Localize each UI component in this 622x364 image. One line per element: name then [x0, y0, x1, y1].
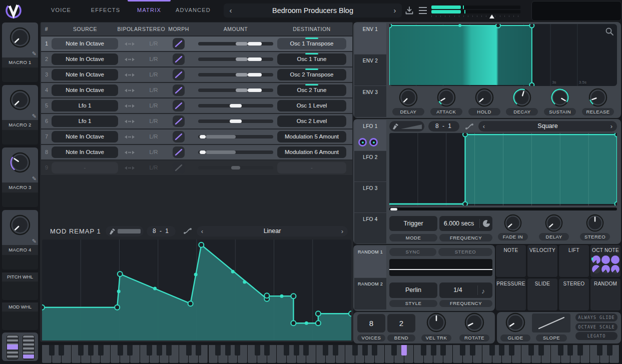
preset-next-button[interactable]: ›: [389, 4, 401, 18]
pitch-wheel-drag-source[interactable]: [2, 282, 38, 300]
morph-button[interactable]: [173, 162, 185, 174]
tab-env-3[interactable]: ENV 3: [354, 86, 386, 117]
lfo-display[interactable]: [389, 133, 617, 206]
source-button[interactable]: Note In Octave: [52, 84, 118, 96]
matrix-row[interactable]: 6Lfo 1L/ROsc 2 Level: [41, 114, 352, 128]
black-key[interactable]: [538, 345, 544, 356]
black-key[interactable]: [607, 345, 612, 356]
decay-knob[interactable]: [512, 88, 531, 107]
mod-wheel-drag-source[interactable]: [2, 312, 38, 330]
lfo-grid-size[interactable]: 8 - 1: [428, 121, 459, 132]
random-style-dropdown[interactable]: Perlin: [389, 282, 437, 298]
black-key[interactable]: [499, 345, 504, 356]
black-key[interactable]: [49, 345, 55, 356]
tab-lfo-3[interactable]: LFO 3: [354, 182, 386, 212]
save-preset-icon[interactable]: [404, 6, 414, 16]
black-key[interactable]: [421, 345, 426, 356]
destination-button[interactable]: -: [277, 162, 346, 174]
remap-mode-next[interactable]: ›: [337, 226, 348, 236]
random-sync-toggle[interactable]: SYNC: [389, 248, 436, 256]
macro-3-knob[interactable]: [10, 152, 31, 173]
black-key[interactable]: [303, 345, 309, 356]
black-key[interactable]: [166, 345, 172, 356]
black-key[interactable]: [440, 345, 446, 356]
black-key[interactable]: [597, 345, 602, 356]
preset-prev-button[interactable]: ‹: [225, 4, 237, 18]
source-button[interactable]: Note In Octave: [52, 69, 118, 80]
mod-source-lift[interactable]: LIFT: [559, 245, 589, 277]
stereo-toggle[interactable]: L/R: [143, 114, 165, 128]
mod-source-oct-note[interactable]: OCT NOTE: [590, 245, 620, 277]
mod-source-stereo[interactable]: STEREO: [559, 278, 589, 310]
stereo-toggle[interactable]: L/R: [143, 68, 165, 82]
bipolar-icon[interactable]: [124, 57, 135, 62]
black-key[interactable]: [558, 345, 563, 356]
mod-source-slide[interactable]: SLIDE: [527, 278, 557, 310]
morph-button[interactable]: [173, 116, 185, 127]
bipolar-icon[interactable]: [124, 134, 135, 140]
black-key[interactable]: [98, 345, 104, 356]
volume-marker[interactable]: [489, 14, 494, 18]
toggle-legato[interactable]: LEGATO: [575, 332, 617, 340]
amount-slider[interactable]: [198, 73, 273, 76]
matrix-row[interactable]: 2Note In OctaveL/ROsc 1 Tune: [41, 52, 352, 66]
remap-mode-selector[interactable]: ‹ Linear ›: [197, 226, 348, 236]
bipolar-icon[interactable]: [124, 104, 135, 108]
destination-button[interactable]: Osc 2 Level: [277, 116, 346, 127]
edit-pencil-icon[interactable]: ✎: [32, 238, 37, 244]
black-key[interactable]: [215, 345, 221, 356]
destination-button[interactable]: Osc 1 Level: [277, 100, 346, 112]
tab-effects[interactable]: EFFECTS: [91, 7, 121, 13]
bend-value[interactable]: 2: [387, 314, 415, 332]
amount-slider[interactable]: [198, 135, 273, 138]
sync-style-icon[interactable]: [483, 220, 490, 227]
stereo-toggle[interactable]: L/R: [143, 130, 165, 144]
matrix-row[interactable]: 4Note In OctaveL/ROsc 2 Tune: [41, 83, 352, 98]
source-button[interactable]: Note In Octave: [52, 54, 118, 65]
macro-drag-source[interactable]: [2, 68, 38, 82]
piano-keyboard[interactable]: [42, 345, 619, 364]
random-frequency-control[interactable]: 1/4 ♪: [439, 282, 492, 298]
lfo-shape-next[interactable]: ›: [606, 121, 617, 132]
fade-in-knob[interactable]: [504, 214, 522, 232]
morph-button[interactable]: [173, 38, 185, 50]
amount-slider[interactable]: [198, 42, 273, 46]
black-key[interactable]: [118, 345, 123, 356]
lfo-shape-prev[interactable]: ‹: [478, 121, 489, 132]
macro-1-knob[interactable]: [10, 27, 31, 48]
bipolar-icon[interactable]: [124, 150, 135, 155]
stereo-toggle[interactable]: L/R: [143, 83, 165, 98]
voices-value[interactable]: 8: [357, 314, 385, 332]
edit-pencil-icon[interactable]: ✎: [32, 176, 37, 182]
source-button[interactable]: Note In Octave: [52, 38, 118, 50]
amount-slider[interactable]: [198, 120, 273, 123]
matrix-row[interactable]: 5Lfo 1L/ROsc 1 Level: [41, 98, 352, 113]
matrix-row[interactable]: 3Note In OctaveL/ROsc 2 Transpose: [41, 68, 352, 82]
glide-knob[interactable]: [505, 312, 525, 332]
delay-knob[interactable]: [545, 214, 563, 232]
lfo-frequency-control[interactable]: 6.000 secs: [439, 216, 492, 231]
black-key[interactable]: [147, 345, 152, 356]
source-button[interactable]: -: [52, 162, 118, 174]
morph-button[interactable]: [173, 100, 185, 112]
destination-button[interactable]: Osc 2 Transpose: [277, 69, 346, 80]
black-key[interactable]: [391, 345, 397, 356]
black-key[interactable]: [88, 345, 94, 356]
source-button[interactable]: Note In Octave: [52, 146, 118, 158]
glide-knob[interactable]: [505, 312, 525, 332]
mod-remap-graph[interactable]: [42, 240, 351, 340]
edit-pencil-icon[interactable]: ✎: [32, 113, 37, 120]
mod-source-random[interactable]: RANDOM: [590, 278, 620, 310]
black-key[interactable]: [78, 345, 84, 356]
destination-button[interactable]: Osc 1 Tune: [277, 54, 346, 65]
macro-4-knob[interactable]: [10, 214, 31, 236]
morph-button[interactable]: [173, 146, 185, 158]
stereo-toggle[interactable]: L/R: [143, 145, 165, 160]
matrix-row[interactable]: 8Note In OctaveL/RModulation 6 Amount: [41, 145, 352, 160]
toggle-always-glide[interactable]: ALWAYS GLIDE: [575, 314, 617, 322]
sustain-knob[interactable]: [550, 88, 569, 107]
remap-grid-size[interactable]: 8 - 1: [147, 226, 176, 236]
release-knob[interactable]: [588, 88, 607, 107]
smooth-curve-icon[interactable]: [183, 226, 193, 236]
pitch-wheel[interactable]: [7, 335, 19, 360]
